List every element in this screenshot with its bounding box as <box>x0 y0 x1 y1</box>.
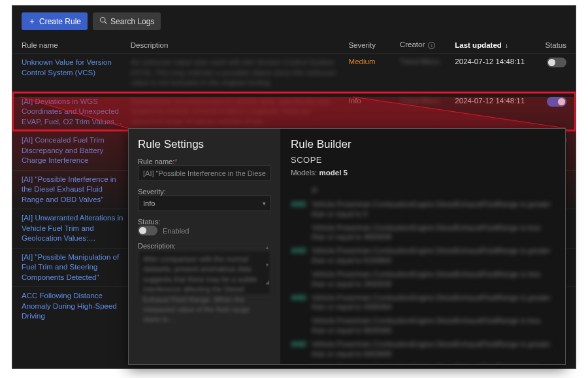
status-cell <box>534 58 566 67</box>
search-logs-label: Search Logs <box>110 17 154 26</box>
svg-line-1 <box>105 22 106 24</box>
toolbar: ＋ Create Rule Search Logs <box>12 6 576 34</box>
resize-handle-icon[interactable]: ◢ <box>265 279 269 285</box>
info-icon[interactable]: i <box>428 42 435 49</box>
builder-condition-row[interactable]: ANDVehicle.Powertrain.CombustionEngine.D… <box>291 293 555 313</box>
builder-condition-row[interactable]: IF <box>291 186 555 196</box>
builder-condition-row[interactable]: ANDVehicle.Powertrain.CombustionEngine.D… <box>291 199 555 219</box>
creator-value: Trend Micro <box>400 58 455 65</box>
status-label: Status: <box>138 218 271 226</box>
col-header-creator[interactable]: Creator i <box>400 41 455 49</box>
status-toggle[interactable] <box>138 226 157 235</box>
scope-label: SCOPE <box>291 155 555 165</box>
builder-condition-row[interactable]: Vehicle.Powertrain.CombustionEngine.Dies… <box>291 363 555 364</box>
create-rule-button[interactable]: ＋ Create Rule <box>22 12 88 30</box>
rule-name-link[interactable]: [AI] "Possible Manipulation of Fuel Trim… <box>22 252 131 283</box>
rule-name-link[interactable]: ACC Following Distance Anomaly During Hi… <box>22 291 131 322</box>
svg-point-0 <box>101 18 106 23</box>
condition-text: Vehicle.Powertrain.CombustionEngine.Dies… <box>312 316 555 335</box>
updated-value: 2024-07-12 14:48:11 <box>455 97 534 105</box>
models-value: model 5 <box>319 169 347 177</box>
search-logs-button[interactable]: Search Logs <box>93 12 161 30</box>
col-header-desc[interactable]: Description <box>131 41 349 49</box>
scroll-up-icon[interactable]: ▲ <box>265 245 270 250</box>
description-label: Description: <box>138 242 271 250</box>
severity-value: Medium <box>349 58 400 65</box>
condition-text: Vehicle.Powertrain.CombustionEngine.Dies… <box>312 363 555 364</box>
severity-value: Info <box>349 97 400 105</box>
builder-condition-row[interactable]: ANDVehicle.Powertrain.CombustionEngine.D… <box>291 339 555 359</box>
rule-builder-title: Rule Builder <box>291 138 555 151</box>
condition-text: Vehicle.Powertrain.CombustionEngine.Dies… <box>312 269 555 289</box>
condition-text: Vehicle.Powertrain.CombustionEngine.Dies… <box>312 339 555 359</box>
rule-description: Remarkable inconsistencies in vehicle da… <box>131 97 349 128</box>
col-header-updated[interactable]: Last updated ↓ <box>455 41 534 49</box>
rule-name-link[interactable]: [AI] Concealed Fuel Trim Discrepancy and… <box>22 135 131 166</box>
severity-value: Info <box>143 199 155 207</box>
row-status-toggle[interactable] <box>547 58 566 67</box>
sort-desc-icon: ↓ <box>505 42 508 49</box>
condition-text: Vehicle.Powertrain.CombustionEngine.Dies… <box>312 199 555 219</box>
condition-text: Vehicle.Powertrain.CombustionEngine.Dies… <box>312 293 555 313</box>
rule-name-label: Rule name:* <box>138 158 271 165</box>
condition-text: IF <box>312 186 555 196</box>
textarea-scrollbar[interactable]: ▲ ▼ ◢ <box>265 245 270 285</box>
create-rule-label: Create Rule <box>39 17 81 26</box>
table-row[interactable]: [AI] Deviations in WGS Coordinates and U… <box>12 92 576 131</box>
rule-name-link[interactable]: [AI] Unwarranted Alterations in Vehicle … <box>22 213 131 244</box>
logic-tag: AND <box>291 246 306 256</box>
col-header-severity[interactable]: Severity <box>348 41 400 49</box>
rule-name-link[interactable]: [AI] Deviations in WGS Coordinates and U… <box>22 97 131 128</box>
col-header-creator-text: Creator <box>400 41 425 48</box>
description-textarea[interactable]: After comparison with the normal dataset… <box>138 250 271 296</box>
rule-detail-panel: Rule Settings Rule name:* Severity: Info… <box>128 128 566 365</box>
models-label: Models: <box>291 169 317 177</box>
status-cell <box>534 97 566 107</box>
builder-condition-row[interactable]: Vehicle.Powertrain.CombustionEngine.Dies… <box>291 223 555 243</box>
builder-condition-row[interactable]: Vehicle.Powertrain.CombustionEngine.Dies… <box>291 316 555 335</box>
plus-icon: ＋ <box>28 16 36 27</box>
row-status-toggle[interactable] <box>547 97 566 107</box>
table-row[interactable]: Unknown Value for Version Control System… <box>12 53 576 92</box>
rule-description: An unknown value was used with the Versi… <box>131 58 349 88</box>
models-line: Models: model 5 <box>291 169 555 177</box>
condition-text: Vehicle.Powertrain.CombustionEngine.Dies… <box>312 223 555 243</box>
condition-text: Vehicle.Powertrain.CombustionEngine.Dies… <box>312 246 555 266</box>
rule-settings-title: Rule Settings <box>138 138 271 151</box>
scroll-down-icon[interactable]: ▼ <box>265 262 270 268</box>
builder-condition-row[interactable]: Vehicle.Powertrain.CombustionEngine.Dies… <box>291 269 555 289</box>
rule-settings-pane: Rule Settings Rule name:* Severity: Info… <box>129 129 280 364</box>
rule-name-link[interactable]: [AI] "Possible Interference in the Diese… <box>22 175 131 205</box>
creator-value: Trend Micro <box>400 97 455 105</box>
chevron-down-icon: ▾ <box>263 200 266 207</box>
col-header-updated-text: Last updated <box>455 41 502 49</box>
rule-name-link[interactable]: Unknown Value for Version Control System… <box>22 58 131 78</box>
updated-value: 2024-07-12 14:48:11 <box>455 58 534 65</box>
builder-conditions: IFANDVehicle.Powertrain.CombustionEngine… <box>291 186 555 364</box>
col-header-name[interactable]: Rule name <box>22 41 131 49</box>
builder-condition-row[interactable]: ANDVehicle.Powertrain.CombustionEngine.D… <box>291 246 555 266</box>
logic-tag: AND <box>291 339 306 349</box>
rule-name-label-text: Rule name: <box>138 158 174 165</box>
status-enabled-text: Enabled <box>163 227 189 235</box>
severity-label: Severity: <box>138 188 271 196</box>
table-header: Rule name Description Severity Creator i… <box>12 34 576 53</box>
logic-tag: AND <box>291 199 306 209</box>
rule-name-input[interactable] <box>138 165 271 181</box>
logic-tag: AND <box>291 293 306 303</box>
col-header-status[interactable]: Status <box>534 41 566 49</box>
search-icon <box>99 16 107 26</box>
rule-builder-pane: Rule Builder SCOPE Models: model 5 IFAND… <box>280 129 565 364</box>
severity-select[interactable]: Info ▾ <box>138 196 271 211</box>
